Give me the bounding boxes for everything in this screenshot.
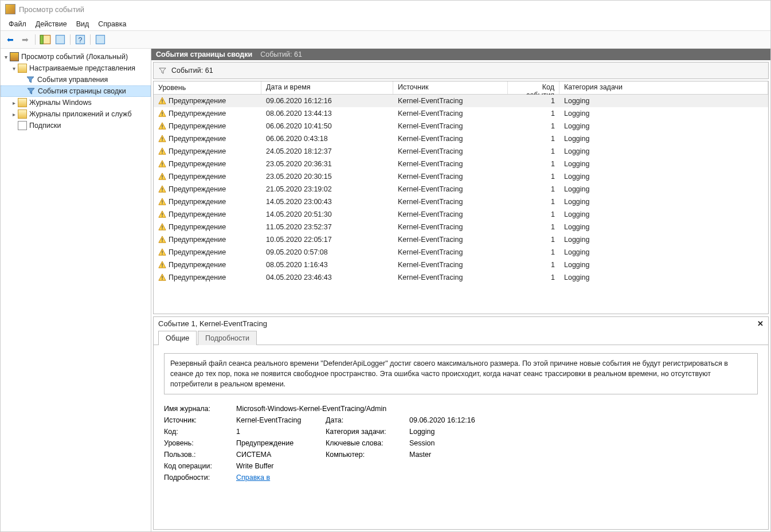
table-row[interactable]: Предупреждение06.06.2020 0:43:18Kernel-E… (154, 132, 768, 145)
cell-category: Logging (559, 184, 768, 194)
table-row[interactable]: Предупреждение09.06.2020 16:12:16Kernel-… (154, 95, 768, 107)
main-body: ▾ Просмотр событий (Локальный) ▾ Настраи… (1, 49, 770, 531)
svg-rect-30 (162, 251, 162, 253)
show-hide-tree-button[interactable] (39, 33, 52, 46)
forward-button[interactable]: ➡ (19, 33, 32, 46)
tab-details[interactable]: Подробности (198, 331, 257, 345)
tree-label: События страницы сводки (38, 87, 126, 95)
table-row[interactable]: Предупреждение14.05.2020 20:51:30Kernel-… (154, 208, 768, 221)
detail-tabs: Общие Подробности (154, 330, 768, 345)
cell-category: Logging (559, 146, 768, 157)
grid-header[interactable]: Уровень Дата и время Источник Код событи… (154, 81, 768, 95)
svg-rect-27 (162, 229, 162, 229)
help-link[interactable]: Справка в (236, 474, 270, 482)
menu-help[interactable]: Справка (93, 19, 131, 29)
filter-bar[interactable]: Событий: 61 (153, 62, 769, 79)
twisty-icon[interactable]: ▾ (10, 65, 18, 72)
tree-label: События управления (37, 76, 108, 84)
cell-datetime: 11.05.2020 23:52:37 (261, 222, 393, 232)
cell-category: Logging (559, 209, 768, 220)
col-level[interactable]: Уровень (154, 81, 261, 94)
tree-summary-events[interactable]: События страницы сводки (1, 85, 151, 97)
table-row[interactable]: Предупреждение21.05.2020 23:19:02Kernel-… (154, 183, 768, 195)
cell-code: 1 (508, 171, 559, 182)
col-code[interactable]: Код события (508, 81, 559, 94)
titlebar[interactable]: Просмотр событий (1, 1, 770, 18)
detail-title-text: Событие 1, Kernel-EventTracing (158, 319, 267, 328)
table-row[interactable]: Предупреждение04.05.2020 23:46:43Kernel-… (154, 271, 768, 284)
lbl-user: Пользов.: (164, 451, 233, 459)
col-category[interactable]: Категория задачи (559, 81, 768, 94)
svg-rect-24 (162, 213, 162, 215)
cell-category: Logging (559, 222, 768, 232)
svg-rect-22 (162, 200, 162, 202)
app-icon (5, 4, 15, 14)
menu-view[interactable]: Вид (72, 19, 94, 29)
cell-datetime: 24.05.2020 18:12:37 (261, 146, 393, 157)
svg-rect-15 (162, 153, 162, 154)
val-computer: Master (409, 451, 524, 459)
cell-category: Logging (559, 108, 768, 119)
val-source: Kernel-EventTracing (236, 416, 322, 424)
lbl-keywords: Ключевые слова: (326, 439, 406, 447)
tree-custom-views[interactable]: ▾ Настраиваемые представления (1, 62, 151, 74)
detail-properties: Имя журнала: Microsoft-Windows-Kernel-Ev… (164, 405, 758, 482)
svg-rect-2 (56, 36, 65, 44)
cell-source: Kernel-EventTracing (393, 260, 508, 270)
table-row[interactable]: Предупреждение23.05.2020 20:36:31Kernel-… (154, 158, 768, 170)
table-row[interactable]: Предупреждение06.06.2020 10:41:50Kernel-… (154, 120, 768, 132)
twisty-icon[interactable]: ▸ (10, 111, 18, 118)
cell-code: 1 (508, 260, 559, 270)
twisty-icon[interactable]: ▾ (2, 54, 10, 60)
cell-code: 1 (508, 96, 559, 106)
cell-code: 1 (508, 209, 559, 220)
cell-code: 1 (508, 197, 559, 207)
svg-rect-6 (162, 99, 162, 101)
table-row[interactable]: Предупреждение09.05.2020 0:57:08Kernel-E… (154, 246, 768, 259)
twisty-icon[interactable]: ▸ (10, 100, 18, 106)
table-row[interactable]: Предупреждение23.05.2020 20:30:15Kernel-… (154, 170, 768, 183)
lbl-source: Источник: (164, 416, 233, 424)
properties-button[interactable] (54, 33, 66, 46)
tree-admin-events[interactable]: События управления (1, 74, 151, 85)
cell-category: Logging (559, 159, 768, 169)
folder-icon (18, 98, 27, 107)
table-row[interactable]: Предупреждение08.05.2020 1:16:43Kernel-E… (154, 259, 768, 271)
tree-subscriptions[interactable]: Подписки (1, 120, 151, 131)
tab-general[interactable]: Общие (158, 331, 197, 345)
navigation-tree[interactable]: ▾ Просмотр событий (Локальный) ▾ Настраи… (1, 49, 151, 531)
grid-body[interactable]: Предупреждение09.06.2020 16:12:16Kernel-… (154, 95, 768, 314)
back-button[interactable]: ⬅ (4, 33, 17, 46)
content-header: События страницы сводки Событий: 61 (151, 49, 770, 60)
cell-category: Logging (559, 134, 768, 144)
tree-windows-logs[interactable]: ▸ Журналы Windows (1, 97, 151, 108)
table-row[interactable]: Предупреждение11.05.2020 23:52:37Kernel-… (154, 221, 768, 233)
lbl-computer: Компьютер: (326, 451, 406, 459)
cell-code: 1 (508, 108, 559, 119)
val-opcode: Write Buffer (236, 462, 524, 470)
cell-datetime: 23.05.2020 20:30:15 (261, 171, 393, 182)
col-source[interactable]: Источник (393, 81, 508, 94)
menu-file[interactable]: Файл (4, 19, 31, 29)
cell-source: Kernel-EventTracing (393, 272, 508, 283)
val-category: Logging (409, 428, 524, 436)
cell-datetime: 14.05.2020 20:51:30 (261, 209, 393, 220)
help-button[interactable]: ? (74, 33, 87, 46)
cell-level: Предупреждение (154, 209, 261, 220)
table-row[interactable]: Предупреждение14.05.2020 23:00:43Kernel-… (154, 195, 768, 208)
cell-level: Предупреждение (154, 96, 261, 106)
detail-pane: Событие 1, Kernel-EventTracing ✕ Общие П… (153, 316, 769, 530)
extra-button[interactable] (94, 33, 107, 46)
table-row[interactable]: Предупреждение24.05.2020 18:12:37Kernel-… (154, 145, 768, 158)
menu-action[interactable]: Действие (31, 19, 72, 29)
tree-root[interactable]: ▾ Просмотр событий (Локальный) (1, 51, 151, 62)
toolbar-separator (70, 34, 71, 45)
arrow-left-icon: ⬅ (7, 36, 14, 44)
table-row[interactable]: Предупреждение10.05.2020 22:05:17Kernel-… (154, 233, 768, 246)
tree-app-logs[interactable]: ▸ Журналы приложений и служб (1, 108, 151, 120)
col-datetime[interactable]: Дата и время (261, 81, 393, 94)
table-row[interactable]: Предупреждение08.06.2020 13:44:13Kernel-… (154, 107, 768, 120)
eventviewer-icon (10, 52, 19, 61)
close-icon[interactable]: ✕ (757, 319, 764, 328)
val-level: Предупреждение (236, 439, 322, 447)
